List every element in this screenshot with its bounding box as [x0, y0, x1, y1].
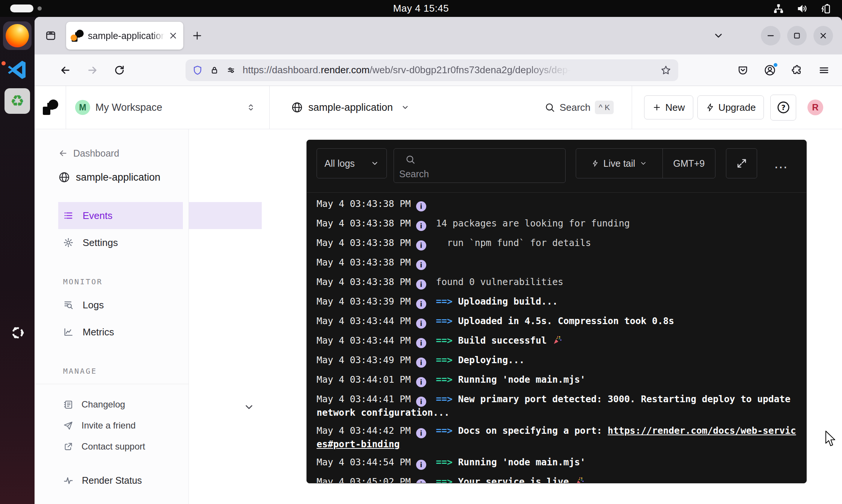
- bookmark-star-icon[interactable]: [660, 65, 671, 76]
- info-icon: i: [416, 377, 426, 387]
- dock-vscode-icon[interactable]: [3, 56, 32, 84]
- sidebar-item-metrics[interactable]: Metrics: [58, 318, 183, 346]
- forward-icon[interactable]: [83, 60, 102, 80]
- workspace-selector[interactable]: M My Workspace: [66, 86, 270, 129]
- dock-firefox-icon[interactable]: [3, 21, 32, 50]
- workspace-stepper-icon[interactable]: [246, 103, 256, 112]
- new-tab-button[interactable]: [187, 26, 207, 46]
- workspace-avatar: M: [75, 100, 90, 115]
- menu-hamburger-icon[interactable]: [813, 60, 834, 80]
- more-options-button[interactable]: …: [774, 148, 789, 178]
- window-controls: [761, 26, 836, 45]
- plus-icon: [652, 103, 661, 112]
- user-avatar[interactable]: R: [807, 100, 823, 115]
- sidebar-section-manage: MANAGE: [63, 367, 189, 376]
- minimize-button[interactable]: [761, 26, 780, 45]
- log-timestamp: May 4 03:43:38 PM: [317, 276, 411, 287]
- render-logo[interactable]: [35, 86, 66, 129]
- tab-bar: sample-application•We: [35, 17, 842, 54]
- tab-close-icon[interactable]: [168, 31, 178, 41]
- log-text: Uploading build...: [458, 296, 558, 307]
- paper-plane-icon: [63, 421, 73, 431]
- timezone-button[interactable]: GMT+9: [663, 158, 715, 169]
- extensions-icon[interactable]: [786, 60, 807, 80]
- arrow-left-icon: [58, 148, 68, 158]
- log-timestamp: May 4 03:43:38 PM: [317, 198, 411, 209]
- sidebar-back-dashboard[interactable]: Dashboard: [58, 144, 189, 162]
- search-icon: [545, 102, 555, 113]
- sidebar-item-invite-friend[interactable]: Invite a friend: [63, 415, 189, 436]
- sidebar-item-contact-support[interactable]: Contact support: [63, 436, 189, 457]
- browser-tab[interactable]: sample-application•We: [66, 22, 183, 50]
- app-header: M My Workspace sample-application Search…: [35, 86, 842, 129]
- log-timestamp: May 4 03:43:49 PM: [317, 355, 411, 365]
- service-selector-name: sample-application: [308, 102, 393, 113]
- sidebar-item-events[interactable]: Events: [58, 202, 183, 229]
- new-button[interactable]: New: [644, 95, 693, 119]
- events-highlight-spill: [189, 202, 262, 229]
- log-text: Your service is live: [458, 476, 584, 483]
- question-icon: ?: [776, 100, 791, 115]
- info-icon: i: [416, 397, 426, 407]
- log-message: Deploying...: [458, 355, 525, 365]
- upgrade-button[interactable]: Upgrade: [697, 95, 764, 119]
- list-all-tabs-icon[interactable]: [708, 26, 729, 46]
- help-button[interactable]: ?: [770, 95, 796, 121]
- globe-icon: [291, 101, 303, 113]
- logs-search-icon: [63, 300, 74, 310]
- log-arrow: ==>: [436, 315, 453, 326]
- log-search-input[interactable]: [394, 149, 565, 183]
- sidebar-service-name[interactable]: sample-application: [58, 167, 189, 187]
- back-icon[interactable]: [56, 60, 75, 80]
- tracking-protection-shield-icon[interactable]: [192, 65, 203, 75]
- tab-title: sample-application•We: [88, 30, 166, 41]
- info-icon: i: [416, 221, 426, 231]
- url-bar[interactable]: https://dashboard.render.com/web/srv-d0b…: [186, 59, 678, 81]
- log-timestamp: May 4 03:43:44 PM: [317, 315, 411, 326]
- log-filter-dropdown[interactable]: All logs: [317, 148, 387, 178]
- log-search-box[interactable]: [394, 148, 566, 183]
- chevron-down-icon: [640, 160, 647, 167]
- log-message: found 0 vulnerabilities: [436, 276, 563, 287]
- system-tray[interactable]: [773, 0, 832, 17]
- running-app-indicator: [2, 61, 6, 65]
- url-text[interactable]: https://dashboard.render.com/web/srv-d0b…: [243, 64, 571, 76]
- expand-logs-button[interactable]: [726, 148, 757, 178]
- log-entry: May 4 03:43:38 PMi14 packages are lookin…: [317, 217, 797, 231]
- system-clock[interactable]: May 4 15:45: [0, 0, 842, 17]
- global-search-button[interactable]: Search ^ K: [545, 101, 614, 114]
- log-message: 14 packages are looking for funding: [436, 218, 630, 229]
- account-icon[interactable]: [759, 60, 780, 80]
- log-message: Your service is live: [458, 476, 584, 483]
- log-arrow: ==>: [436, 355, 453, 365]
- firefox-view-icon[interactable]: [41, 26, 61, 46]
- external-link-icon: [63, 442, 73, 452]
- main-content: All logs Live tail: [189, 129, 842, 504]
- close-button[interactable]: [813, 26, 833, 45]
- dock-ubuntu-launcher-icon[interactable]: [9, 324, 26, 343]
- pocket-save-icon[interactable]: [732, 60, 753, 80]
- service-selector[interactable]: sample-application: [270, 101, 409, 113]
- permissions-icon[interactable]: [226, 65, 236, 75]
- svg-text:?: ?: [781, 103, 785, 112]
- log-entry: May 4 03:44:54 PMi==> Running 'node main…: [317, 456, 797, 470]
- log-entry: May 4 03:43:39 PMi==> Uploading build...: [317, 296, 797, 309]
- metrics-chart-icon: [63, 327, 74, 337]
- sidebar: Dashboard sample-application Events: [35, 129, 189, 504]
- sidebar-section-monitor: MONITOR: [63, 277, 189, 286]
- maximize-button[interactable]: [787, 26, 807, 45]
- sidebar-item-settings[interactable]: Settings: [58, 229, 183, 256]
- reload-icon[interactable]: [110, 60, 129, 80]
- sidebar-item-logs[interactable]: Logs: [58, 291, 183, 318]
- search-label: Search: [560, 102, 590, 113]
- live-tail-dropdown[interactable]: Live tail: [576, 149, 663, 178]
- log-arrow: ==>: [436, 335, 453, 346]
- collapse-section-chevron-icon[interactable]: [243, 401, 255, 414]
- info-icon: i: [416, 318, 426, 329]
- header-divider: [632, 86, 632, 129]
- sidebar-item-changelog[interactable]: Changelog: [63, 394, 189, 415]
- lock-icon[interactable]: [210, 65, 219, 75]
- expand-icon: [736, 158, 747, 169]
- dock-software-updater-icon[interactable]: ♻: [5, 88, 30, 114]
- sidebar-item-render-status[interactable]: Render Status: [63, 470, 189, 491]
